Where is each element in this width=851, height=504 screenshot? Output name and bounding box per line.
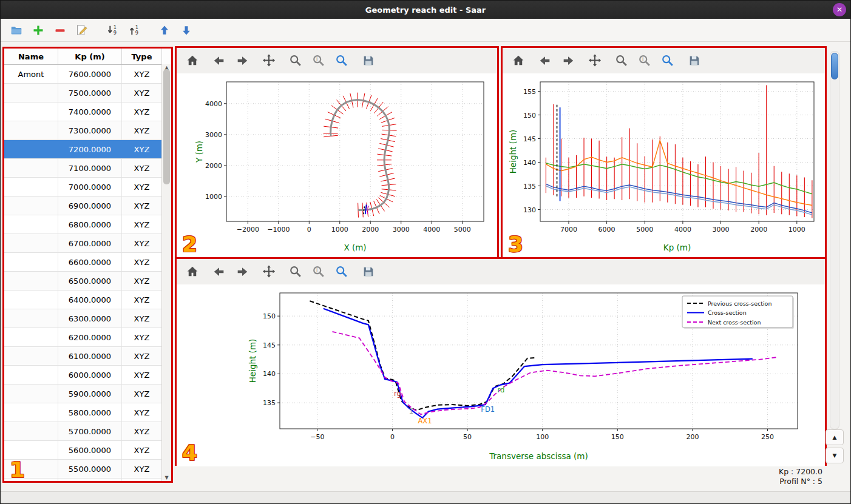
next-profile-button[interactable]: ▼ bbox=[826, 448, 844, 463]
pan-button[interactable] bbox=[260, 52, 277, 69]
table-row[interactable]: 5600.0000XYZ bbox=[4, 441, 171, 460]
longitudinal-chart[interactable]: 7000600050004000300020001000130135140145… bbox=[503, 73, 825, 255]
cell-type[interactable]: XYZ bbox=[122, 84, 162, 102]
forward-button[interactable] bbox=[234, 52, 251, 69]
sort-ascending-button[interactable]: 19 bbox=[126, 22, 143, 39]
table-row[interactable]: 6100.0000XYZ bbox=[4, 347, 171, 366]
cell-type[interactable]: XYZ bbox=[122, 121, 162, 139]
profile-scrollbar[interactable] bbox=[830, 51, 839, 429]
cell-type[interactable]: XYZ bbox=[122, 140, 162, 158]
home-button[interactable] bbox=[184, 52, 201, 69]
cell-type[interactable]: XYZ bbox=[122, 234, 162, 252]
cell-kp[interactable]: 7100.0000 bbox=[58, 159, 122, 177]
table-row[interactable]: 6300.0000XYZ bbox=[4, 309, 171, 328]
cell-kp[interactable]: 6800.0000 bbox=[58, 215, 122, 234]
cell-name[interactable] bbox=[4, 460, 58, 478]
table-row[interactable]: 5800.0000XYZ bbox=[4, 403, 171, 422]
table-row[interactable]: 6700.0000XYZ bbox=[4, 234, 171, 253]
cell-type[interactable]: XYZ bbox=[122, 479, 162, 481]
cross-section-chart[interactable]: −50050100150200250135140145150Transverse… bbox=[177, 284, 825, 464]
cell-type[interactable]: XYZ bbox=[122, 422, 162, 440]
close-button[interactable]: ✕ bbox=[833, 3, 846, 16]
table-row[interactable]: 6000.0000XYZ bbox=[4, 366, 171, 385]
cell-kp[interactable]: 5400.0000 bbox=[58, 479, 122, 481]
move-up-button[interactable] bbox=[156, 22, 173, 39]
cell-name[interactable] bbox=[4, 422, 58, 440]
cell-type[interactable]: XYZ bbox=[122, 65, 162, 83]
home-button[interactable] bbox=[510, 52, 527, 69]
cell-type[interactable]: XYZ bbox=[122, 215, 162, 234]
cell-type[interactable]: XYZ bbox=[122, 385, 162, 403]
cell-kp[interactable]: 6000.0000 bbox=[58, 366, 122, 384]
zoom-info-button[interactable]: i bbox=[636, 52, 653, 69]
table-row[interactable]: 6400.0000XYZ bbox=[4, 291, 171, 309]
cell-name[interactable] bbox=[4, 178, 58, 196]
cell-type[interactable]: XYZ bbox=[122, 159, 162, 177]
plan-chart[interactable]: −2000−1000010002000300040005000100020003… bbox=[177, 73, 497, 255]
home-button[interactable] bbox=[184, 263, 201, 280]
cell-kp[interactable]: 7400.0000 bbox=[58, 102, 122, 121]
table-row[interactable]: 5900.0000XYZ bbox=[4, 385, 171, 403]
cell-name[interactable] bbox=[4, 328, 58, 346]
cell-name[interactable] bbox=[4, 215, 58, 234]
forward-button[interactable] bbox=[234, 263, 251, 280]
cell-type[interactable]: XYZ bbox=[122, 178, 162, 196]
cell-name[interactable] bbox=[4, 385, 58, 403]
save-button[interactable] bbox=[360, 52, 377, 69]
cell-kp[interactable]: 6500.0000 bbox=[58, 272, 122, 290]
previous-profile-button[interactable]: ▲ bbox=[826, 429, 844, 445]
cell-name[interactable] bbox=[4, 309, 58, 328]
cell-type[interactable]: XYZ bbox=[122, 347, 162, 365]
cell-type[interactable]: XYZ bbox=[122, 291, 162, 309]
cell-name[interactable] bbox=[4, 479, 58, 481]
cell-kp[interactable]: 5500.0000 bbox=[58, 460, 122, 478]
cell-name[interactable] bbox=[4, 253, 58, 271]
column-header-kp[interactable]: Kp (m) bbox=[58, 49, 122, 64]
edit-profile-button[interactable] bbox=[73, 22, 90, 39]
cell-kp[interactable]: 6400.0000 bbox=[58, 291, 122, 309]
cell-type[interactable]: XYZ bbox=[122, 366, 162, 384]
cell-kp[interactable]: 5700.0000 bbox=[58, 422, 122, 440]
table-scrollbar-thumb[interactable] bbox=[163, 69, 170, 184]
cell-kp[interactable]: 7200.0000 bbox=[58, 140, 122, 158]
scroll-down-arrow-icon[interactable]: ▼ bbox=[162, 475, 171, 480]
add-profile-button[interactable] bbox=[30, 22, 47, 39]
table-row[interactable]: 7200.0000XYZ bbox=[4, 140, 171, 159]
cell-type[interactable]: XYZ bbox=[122, 403, 162, 422]
cell-kp[interactable]: 7500.0000 bbox=[58, 84, 122, 102]
table-row[interactable]: 7500.0000XYZ bbox=[4, 84, 171, 102]
cell-kp[interactable]: 5900.0000 bbox=[58, 385, 122, 403]
remove-profile-button[interactable] bbox=[52, 22, 69, 39]
cell-type[interactable]: XYZ bbox=[122, 328, 162, 346]
cell-kp[interactable]: 6100.0000 bbox=[58, 347, 122, 365]
cell-type[interactable]: XYZ bbox=[122, 197, 162, 215]
cell-kp[interactable]: 6600.0000 bbox=[58, 253, 122, 271]
table-row[interactable]: 5400.0000XYZ bbox=[4, 479, 171, 481]
column-header-name[interactable]: Name bbox=[4, 49, 58, 64]
back-button[interactable] bbox=[211, 52, 228, 69]
cell-kp[interactable]: 6700.0000 bbox=[58, 234, 122, 252]
cell-name[interactable] bbox=[4, 84, 58, 102]
sort-descending-button[interactable]: 19 bbox=[104, 22, 121, 39]
cell-name[interactable] bbox=[4, 291, 58, 309]
cell-name[interactable] bbox=[4, 366, 58, 384]
cell-kp[interactable]: 5600.0000 bbox=[58, 441, 122, 459]
save-button[interactable] bbox=[360, 263, 377, 280]
cell-kp[interactable]: 6900.0000 bbox=[58, 197, 122, 215]
cell-name[interactable] bbox=[4, 102, 58, 121]
table-row[interactable]: 5500.0000XYZ bbox=[4, 460, 171, 479]
table-row[interactable]: 6500.0000XYZ bbox=[4, 272, 171, 291]
zoom-info-button[interactable]: i bbox=[310, 263, 327, 280]
cell-kp[interactable]: 7300.0000 bbox=[58, 121, 122, 139]
move-down-button[interactable] bbox=[178, 22, 195, 39]
title-bar[interactable]: Geometry reach edit - Saar ✕ bbox=[1, 1, 850, 19]
open-file-button[interactable] bbox=[8, 22, 25, 39]
table-row[interactable]: 7400.0000XYZ bbox=[4, 102, 171, 121]
table-scrollbar[interactable]: ▲ ▼ bbox=[161, 64, 171, 481]
table-row[interactable]: 6200.0000XYZ bbox=[4, 328, 171, 347]
pan-button[interactable] bbox=[586, 52, 603, 69]
zoom-region-button[interactable] bbox=[333, 263, 350, 280]
zoom-info-button[interactable]: i bbox=[310, 52, 327, 69]
zoom-region-button[interactable] bbox=[659, 52, 676, 69]
table-row[interactable]: Amont7600.0000XYZ bbox=[4, 65, 171, 84]
